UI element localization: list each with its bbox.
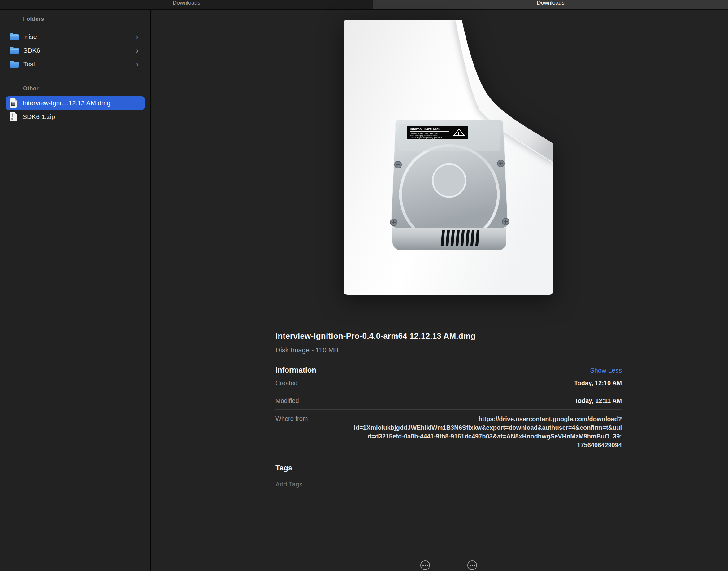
ellipsis-icon xyxy=(472,565,473,566)
finder-quicklook-window: { "window": { "tabs": [ { "label": "Down… xyxy=(0,0,728,571)
sidebar-item-sdk6[interactable]: SDK6 › xyxy=(6,44,145,57)
url-line: id=1XmlolukbjgddJWEhikIWm1B3N6Sflxkw&exp… xyxy=(354,423,622,432)
info-label: Where from xyxy=(276,415,308,449)
add-tags-field[interactable]: Add Tags… xyxy=(276,481,622,488)
folder-icon xyxy=(9,46,19,54)
info-row-where-from: Where from https://drive.usercontent.goo… xyxy=(276,410,622,449)
sidebar-item-test[interactable]: Test › xyxy=(6,57,145,71)
where-from-url[interactable]: https://drive.usercontent.google.com/dow… xyxy=(354,415,622,449)
info-row-modified: Modified Today, 12:11 AM xyxy=(276,392,622,410)
tab-label: Downloads xyxy=(173,0,200,6)
url-line: 1756406429094 xyxy=(354,441,622,449)
sidebar-item-label: Test xyxy=(23,61,35,68)
tab-bar: Downloads Downloads xyxy=(0,0,728,10)
tab-label: Downloads xyxy=(537,0,564,6)
ellipsis-icon xyxy=(427,565,428,566)
disk-label-title: Internal Hard Disk xyxy=(410,127,440,131)
file-kind-size: Disk Image - 110 MB xyxy=(276,346,622,354)
chevron-right-icon[interactable]: › xyxy=(136,47,141,53)
sidebar-item-label: SDK6 xyxy=(23,47,40,54)
disk-label-line: Handle the hard drive carefully to xyxy=(410,132,438,134)
sidebar-section-other: Other xyxy=(0,71,150,96)
ellipsis-icon xyxy=(469,565,471,566)
file-details: Interview-Ignition-Pro-0.4.0-arm64 12.12… xyxy=(276,331,622,488)
ellipsis-icon xyxy=(425,565,426,566)
sidebar-item-zip[interactable]: SDK6 1.zip xyxy=(6,110,145,124)
folder-icon xyxy=(9,33,19,41)
info-value: Today, 12:10 AM xyxy=(574,380,622,387)
zip-file-icon xyxy=(9,112,17,122)
url-line: https://drive.usercontent.google.com/dow… xyxy=(354,415,622,423)
tab-downloads-inactive[interactable]: Downloads xyxy=(0,0,373,9)
chevron-right-icon[interactable]: › xyxy=(136,61,141,67)
file-preview-thumbnail[interactable]: Internal Hard Disk Handle the hard drive… xyxy=(343,19,553,295)
tags-header: Tags xyxy=(276,464,622,472)
url-line: d=d3215efd-0a8b-4441-9fb8-9161dc497b03&a… xyxy=(354,432,622,441)
sidebar-item-label: SDK6 1.zip xyxy=(23,113,55,120)
info-value: Today, 12:11 AM xyxy=(574,397,622,405)
hard-disk-icon: Internal Hard Disk Handle the hard drive… xyxy=(390,120,509,250)
dmg-preview-graphic: Internal Hard Disk Handle the hard drive… xyxy=(343,19,553,295)
chevron-right-icon[interactable]: › xyxy=(136,34,141,40)
sidebar-section-folders: Folders xyxy=(0,10,150,26)
more-options-button[interactable] xyxy=(420,561,430,570)
sidebar: Folders misc › SDK6 › xyxy=(0,10,151,571)
disk-label-line: Make sure you are properly grounded. xyxy=(410,136,442,139)
sidebar-item-misc[interactable]: misc › xyxy=(6,30,145,44)
folder-icon xyxy=(9,60,19,68)
disk-label-line: avoid damaging the circuit board. xyxy=(410,134,438,136)
info-row-created: Created Today, 12:10 AM xyxy=(276,374,622,392)
dmg-file-icon xyxy=(9,98,17,108)
ellipsis-icon xyxy=(474,565,475,566)
warning-exclamation: ! xyxy=(458,131,459,136)
disk-warning-label: Internal Hard Disk Handle the hard drive… xyxy=(407,126,468,139)
sidebar-item-label: Interview-Igni....12.13 AM.dmg xyxy=(23,99,111,107)
ellipsis-icon xyxy=(423,565,424,566)
sidebar-item-label: misc xyxy=(23,33,36,40)
sidebar-item-dmg-selected[interactable]: Interview-Igni....12.13 AM.dmg xyxy=(6,96,145,110)
info-label: Modified xyxy=(276,397,299,405)
information-header: Information xyxy=(276,366,316,374)
file-name: Interview-Ignition-Pro-0.4.0-arm64 12.12… xyxy=(276,331,622,341)
show-less-link[interactable]: Show Less xyxy=(590,367,622,374)
tab-downloads-active[interactable]: Downloads xyxy=(373,0,728,9)
info-label: Created xyxy=(276,380,297,387)
more-options-button[interactable] xyxy=(467,561,477,570)
